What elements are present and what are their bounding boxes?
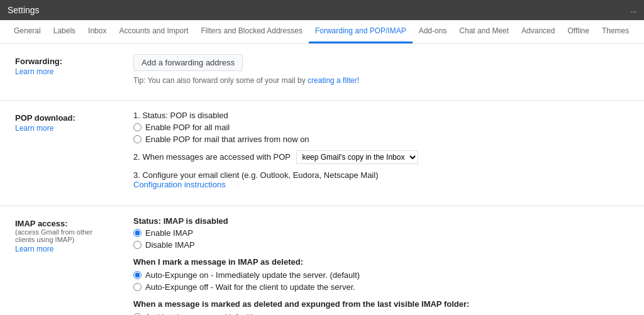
imap-expunged-title: When a message is marked as deleted and … [133, 299, 636, 309]
pop-label: POP download: [15, 113, 75, 123]
app-title: Settings [8, 5, 40, 15]
imap-learn-more[interactable]: Learn more [15, 245, 111, 253]
pop-step3-label: 3. Configure your email client [133, 170, 239, 180]
pop-content: 1. Status: POP is disabled Enable POP fo… [126, 111, 644, 196]
add-forwarding-button[interactable]: Add a forwarding address [133, 54, 243, 71]
pop-learn-more[interactable]: Learn more [15, 124, 111, 133]
imap-deleted-title: When I mark a message in IMAP as deleted… [133, 257, 636, 267]
pop-label-col: POP download: Learn more [0, 111, 126, 196]
forwarding-learn-more[interactable]: Learn more [15, 67, 111, 76]
window-controls: ... [630, 6, 636, 14]
imap-enable-input[interactable] [133, 229, 142, 237]
tab-themes[interactable]: Themes [596, 20, 635, 43]
pop-radio-allmail: Enable POP for all mail [133, 123, 636, 132]
pop-status-block: 1. Status: POP is disabled Enable POP fo… [133, 111, 636, 144]
tab-offline[interactable]: Offline [561, 20, 595, 43]
imap-label: IMAP access: [15, 219, 68, 228]
pop-step2-select[interactable]: keep Gmail's copy in the Inbox archive G… [296, 150, 418, 164]
pop-step2-block: 2. When messages are accessed with POP k… [133, 150, 636, 164]
imap-content: Status: IMAP is disabled Enable IMAP Dis… [126, 216, 644, 315]
nav-tabs: General Labels Inbox Accounts and Import… [0, 20, 644, 44]
imap-expunge-off-label: Auto-Expunge off - Wait for the client t… [145, 282, 355, 292]
pop-step3-hint: (e.g. Outlook, Eudora, Netscape Mail) [242, 170, 379, 180]
pop-section: POP download: Learn more 1. Status: POP … [0, 101, 644, 206]
forwarding-label-col: Forwarding: Learn more [0, 54, 126, 90]
imap-expunged-block: When a message is marked as deleted and … [133, 299, 636, 315]
tab-accounts[interactable]: Accounts and Import [113, 20, 194, 43]
imap-sub-label: (access Gmail from other clients using I… [15, 228, 111, 243]
tab-general[interactable]: General [8, 20, 47, 43]
window-control-btn[interactable]: ... [630, 6, 636, 14]
imap-deleted-block: When I mark a message in IMAP as deleted… [133, 257, 636, 292]
pop-radio-now-input[interactable] [133, 135, 142, 143]
pop-step3-block: 3. Configure your email client (e.g. Out… [133, 170, 636, 189]
imap-status-text: Status: IMAP is disabled [133, 216, 636, 226]
tab-forwarding[interactable]: Forwarding and POP/IMAP [309, 20, 413, 43]
imap-expunge-on-radio: Auto-Expunge on - Immediately update the… [133, 270, 636, 280]
imap-archive-label: Archive the message (default) [145, 312, 254, 315]
main-content: Forwarding: Learn more Add a forwarding … [0, 44, 644, 315]
imap-expunge-on-input[interactable] [133, 271, 142, 279]
imap-expunge-off-radio: Auto-Expunge off - Wait for the client t… [133, 282, 636, 292]
forwarding-content: Add a forwarding address Tip: You can al… [126, 54, 644, 90]
imap-disable-label: Disable IMAP [145, 240, 195, 250]
imap-expunge-on-label: Auto-Expunge on - Immediately update the… [145, 270, 360, 280]
pop-radio-fromnow: Enable POP for mail that arrives from no… [133, 135, 636, 144]
pop-step2-label: 2. When messages are accessed with POP [133, 152, 291, 162]
pop-radio-now-label: Enable POP for mail that arrives from no… [145, 135, 309, 144]
pop-status-text: 1. Status: POP is disabled [133, 111, 636, 120]
forwarding-label: Forwarding: [15, 57, 62, 66]
imap-status-block: Status: IMAP is disabled Enable IMAP Dis… [133, 216, 636, 250]
tab-labels[interactable]: Labels [47, 20, 82, 43]
forwarding-tip: Tip: You can also forward only some of y… [133, 76, 636, 85]
create-filter-link[interactable]: creating a filter! [308, 76, 359, 85]
imap-label-col: IMAP access: (access Gmail from other cl… [0, 216, 126, 256]
pop-config-link[interactable]: Configuration instructions [133, 180, 226, 189]
tab-advanced[interactable]: Advanced [515, 20, 561, 43]
pop-radio-all-label: Enable POP for all mail [145, 123, 230, 132]
tab-inbox[interactable]: Inbox [82, 20, 113, 43]
pop-radio-all-input[interactable] [133, 123, 142, 131]
imap-enable-radio: Enable IMAP [133, 228, 636, 238]
tab-addons[interactable]: Add-ons [413, 20, 453, 43]
forwarding-section: Forwarding: Learn more Add a forwarding … [0, 44, 644, 101]
imap-section: IMAP access: (access Gmail from other cl… [0, 206, 644, 315]
imap-expunge-off-input[interactable] [133, 283, 142, 291]
imap-disable-radio: Disable IMAP [133, 240, 636, 250]
imap-enable-label: Enable IMAP [145, 228, 193, 238]
tab-filters[interactable]: Filters and Blocked Addresses [195, 20, 309, 43]
tab-chat[interactable]: Chat and Meet [453, 20, 515, 43]
imap-disable-input[interactable] [133, 241, 142, 249]
imap-archive-radio: Archive the message (default) [133, 312, 636, 315]
title-bar: Settings ... [0, 0, 644, 20]
